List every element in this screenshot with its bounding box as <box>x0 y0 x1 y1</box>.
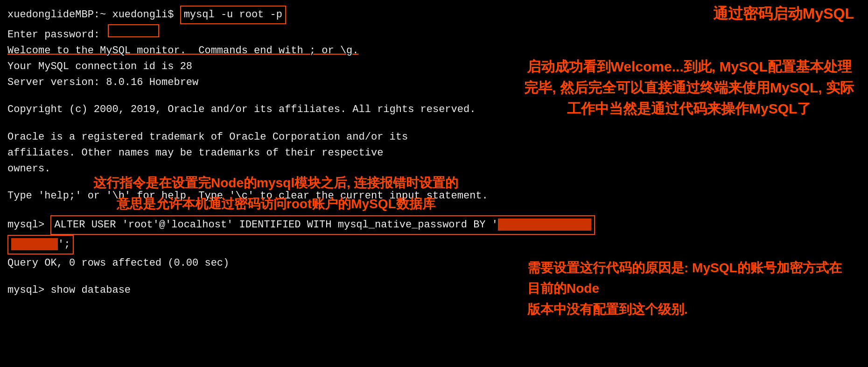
annotation-mr-2: 完毕, 然后完全可以直接通过终端来使用MySQL, 实际 <box>524 80 854 95</box>
terminal-line-9: Oracle is a registered trademark of Orac… <box>7 129 861 145</box>
annotation-middle-right: 启动成功看到Welcome...到此, MySQL配置基本处理 完毕, 然后完全… <box>524 56 854 119</box>
query-ok-text: Query OK, 0 rows affected (0.00 sec) <box>7 255 229 271</box>
annotation-top-right: 通过密码启动MySQL <box>713 2 854 26</box>
password-input-box <box>108 24 159 37</box>
prompt-text: xuedonglideMBP:~ xuedongli$ <box>7 7 180 23</box>
annotation-ml-1: 这行指令是在设置完Node的mysql模块之后, 连接报错时设置的 <box>93 176 458 190</box>
welcome-text: Welcome to the MySQL monitor. Commands e… <box>7 43 359 59</box>
show-database-text: mysql> show database <box>7 282 131 298</box>
mysql-command: mysql -u root -p <box>180 6 286 24</box>
copyright-text: Copyright (c) 2000, 2019, Oracle and/or … <box>7 102 476 118</box>
oracle-text-1: Oracle is a registered trademark of Orac… <box>7 129 408 145</box>
terminal-line-alter2: '; <box>7 235 861 255</box>
oracle-text-3: owners. <box>7 161 50 177</box>
terminal-line-2: Enter password: <box>7 24 861 43</box>
annotation-br-1: 需要设置这行代码的原因是: MySQL的账号加密方式在目前的Node <box>527 261 842 296</box>
annotation-mr-3: 工作中当然是通过代码来操作MySQL了 <box>567 101 811 116</box>
annotation-br-2: 版本中没有配置到这个级别. <box>527 302 688 317</box>
terminal-window: xuedonglideMBP:~ xuedongli$ mysql -u roo… <box>0 0 868 367</box>
annotation-middle-left: 这行指令是在设置完Node的mysql模块之后, 连接报错时设置的 意思是允许本… <box>93 173 458 215</box>
password-redacted <box>498 219 591 231</box>
dash-redacted <box>11 238 58 250</box>
annotation-mr-1: 启动成功看到Welcome...到此, MySQL配置基本处理 <box>527 59 852 74</box>
annotation-bottom-right: 需要设置这行代码的原因是: MySQL的账号加密方式在目前的Node 版本中没有… <box>527 258 854 320</box>
server-version: Server version: 8.0.16 Homebrew <box>7 75 198 91</box>
password-prompt: Enter password: <box>7 27 106 43</box>
blank-2 <box>7 118 861 129</box>
annotation-ml-2: 意思是允许本机通过密码访问root账户的MySQL数据库 <box>117 197 435 211</box>
connection-id: Your MySQL connection id is 28 <box>7 59 192 75</box>
alter-continuation-box: '; <box>7 235 74 254</box>
mysql-prompt-alter: mysql> <box>7 217 50 233</box>
terminal-line-10: affiliates. Other names may be trademark… <box>7 145 861 161</box>
terminal-line-alter: mysql> ALTER USER 'root'@'localhost' IDE… <box>7 215 861 235</box>
oracle-text-2: affiliates. Other names may be trademark… <box>7 145 383 161</box>
alter-command-box: ALTER USER 'root'@'localhost' IDENTIFIED… <box>50 215 595 235</box>
